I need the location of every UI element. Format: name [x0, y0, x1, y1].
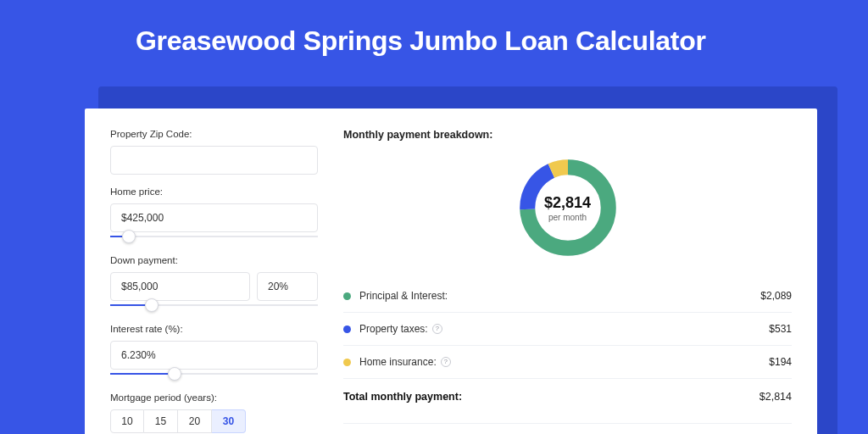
total-label: Total monthly payment: — [343, 391, 760, 403]
legend-dot — [343, 326, 351, 333]
legend-row: Home insurance:?$194 — [343, 346, 792, 378]
down-payment-label: Down payment: — [110, 255, 318, 265]
down-payment-input[interactable] — [110, 272, 250, 301]
interest-input[interactable] — [110, 341, 318, 370]
page-title: Greasewood Springs Jumbo Loan Calculator — [0, 0, 868, 70]
slider-track — [110, 236, 318, 237]
period-button-20[interactable]: 20 — [178, 409, 212, 433]
down-payment-slider[interactable] — [110, 298, 318, 312]
zip-field: Property Zip Code: — [110, 129, 318, 175]
legend-label: Home insurance:? — [359, 356, 769, 368]
home-price-input[interactable] — [110, 203, 318, 232]
legend-value: $194 — [769, 356, 792, 368]
interest-slider[interactable] — [110, 367, 318, 381]
legend-row: Principal & Interest:$2,089 — [343, 280, 792, 313]
legend-value: $531 — [769, 323, 792, 335]
slider-fill — [110, 373, 175, 375]
slider-thumb[interactable] — [122, 230, 136, 243]
amortization-section: Amortization for mortgage loan Amortizat… — [343, 423, 792, 434]
total-value: $2,814 — [760, 391, 792, 403]
period-button-15[interactable]: 15 — [144, 409, 178, 433]
donut-center: $2,814 per month — [515, 154, 621, 261]
period-buttons: 10152030 — [110, 409, 318, 433]
period-field: Mortgage period (years): 10152030 — [110, 392, 318, 433]
donut-sub: per month — [548, 213, 587, 222]
down-payment-field: Down payment: — [110, 255, 318, 312]
slider-thumb[interactable] — [168, 367, 181, 381]
zip-label: Property Zip Code: — [110, 129, 318, 139]
info-icon[interactable]: ? — [432, 324, 442, 334]
legend-label-text: Property taxes: — [359, 323, 428, 335]
zip-input[interactable] — [110, 146, 318, 175]
legend-label-text: Principal & Interest: — [359, 290, 448, 302]
legend-dot — [343, 292, 351, 300]
donut-value: $2,814 — [544, 194, 591, 212]
period-button-30[interactable]: 30 — [212, 409, 246, 433]
form-panel: Property Zip Code: Home price: Down paym… — [110, 129, 318, 434]
legend-dot — [343, 359, 351, 366]
period-button-10[interactable]: 10 — [110, 409, 144, 433]
home-price-label: Home price: — [110, 186, 318, 197]
period-label: Mortgage period (years): — [110, 392, 318, 403]
donut-chart-wrap: $2,814 per month — [343, 154, 792, 261]
legend-row: Property taxes:?$531 — [343, 313, 792, 346]
interest-label: Interest rate (%): — [110, 324, 318, 334]
home-price-slider[interactable] — [110, 230, 318, 243]
calculator-card: Property Zip Code: Home price: Down paym… — [85, 108, 817, 434]
home-price-field: Home price: — [110, 186, 318, 243]
info-icon[interactable]: ? — [441, 357, 451, 367]
down-payment-pct-input[interactable] — [257, 272, 318, 301]
legend-value: $2,089 — [760, 290, 792, 302]
breakdown-title: Monthly payment breakdown: — [343, 129, 792, 141]
total-row: Total monthly payment: $2,814 — [343, 378, 792, 416]
legend-label: Property taxes:? — [359, 323, 769, 335]
breakdown-panel: Monthly payment breakdown: $2,814 per mo… — [343, 129, 792, 434]
donut-chart: $2,814 per month — [515, 154, 621, 261]
slider-thumb[interactable] — [145, 298, 159, 312]
legend: Principal & Interest:$2,089Property taxe… — [343, 280, 792, 378]
interest-field: Interest rate (%): — [110, 324, 318, 381]
legend-label: Principal & Interest: — [359, 290, 760, 302]
legend-label-text: Home insurance: — [359, 356, 437, 368]
